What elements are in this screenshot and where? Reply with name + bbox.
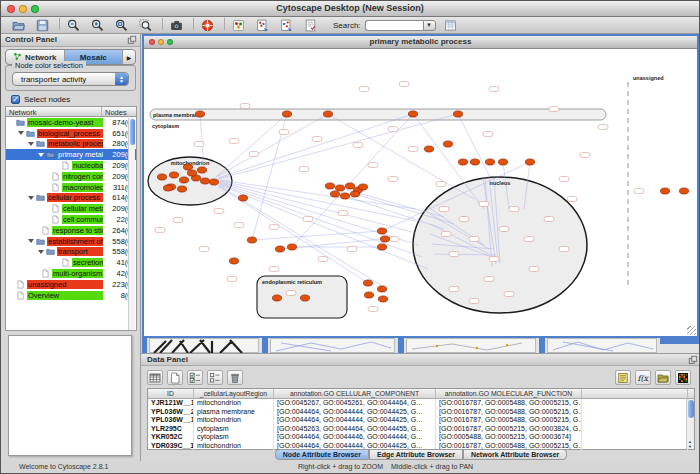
node-unselected[interactable] [269,225,279,230]
node-unselected[interactable] [353,143,363,148]
tree-item-response-to-stimulu[interactable]: response to stimulu264(0) [6,225,136,236]
open-session-button[interactable] [11,18,26,33]
tree-item-cellular-metabo[interactable]: cellular metabo209(0) [6,203,136,214]
tree-item-cell-communicat[interactable]: cell communicat22(0) [6,214,136,225]
tree-item-nitrogen-compo[interactable]: nitrogen compo209(0) [6,171,136,182]
node-selected[interactable] [247,237,256,243]
node-unselected[interactable] [318,257,328,262]
node-unselected[interactable] [368,163,378,168]
node-selected[interactable] [163,185,172,191]
node-unselected[interactable] [499,227,509,232]
node-selected[interactable] [350,191,359,197]
node-unselected[interactable] [347,247,357,252]
node-unselected[interactable] [634,189,644,194]
node-selected[interactable] [485,159,494,165]
node-selected[interactable] [287,244,296,250]
node-unselected[interactable] [368,307,378,312]
node-color-mapper-button[interactable] [231,18,246,33]
node-selected[interactable] [458,159,467,165]
node-unselected[interactable] [449,287,459,292]
attribute-notes-button[interactable] [615,370,631,385]
table-row[interactable]: YKR052Ccytoplasm[GO:0044464, GO:0044446,… [148,433,694,442]
node-selected[interactable] [187,170,196,176]
node-selected[interactable] [408,111,417,117]
layout-network-a-button[interactable] [255,18,270,33]
node-selected[interactable] [272,295,281,301]
disclosure-triangle-icon[interactable] [38,250,44,254]
resize-grip-icon[interactable] [687,326,696,335]
node-selected[interactable] [325,183,334,189]
layout-network-b-button[interactable] [279,18,294,33]
node-unselected[interactable] [484,277,494,282]
node-selected[interactable] [200,178,209,184]
node-unselected[interactable] [399,82,409,87]
network-window-titlebar[interactable]: primary metabolic process [144,36,697,49]
tree-item-cellular-process[interactable]: cellular process614(0) [6,193,136,204]
tree-scrollbar[interactable] [128,118,135,330]
node-selected[interactable] [275,246,284,252]
node-selected[interactable] [179,177,188,183]
unselect-attributes-button[interactable] [207,370,223,385]
node-unselected[interactable] [439,207,449,212]
tree-item-overview[interactable]: Overview8(0) [6,290,136,301]
node-selected[interactable] [300,295,309,301]
table-row[interactable]: YJR121W__1mitochondrion[GO:0045267, GO:0… [148,399,694,408]
node-unselected[interactable] [598,125,608,130]
tree-item-establishment-of-lo[interactable]: establishment of lo558(0) [6,236,136,247]
tree-item-multi-organism-pro[interactable]: multi-organism pro42(0) [6,268,136,279]
network-canvas[interactable]: plasma membranecytoplasmmitochondrionnuc… [144,49,697,336]
node-selected[interactable] [380,236,389,242]
node-selected[interactable] [453,111,462,117]
tree-item-mosaic-demo-yeast[interactable]: mosaic-demo-yeast874(0) [6,117,136,128]
node-selected[interactable] [157,174,166,180]
annotation-form-button[interactable] [303,18,318,33]
tree-item-macromolecule[interactable]: macromolecule311(0) [6,182,136,193]
node-selected[interactable] [229,258,238,264]
node-selected[interactable] [340,193,349,199]
node-unselected[interactable] [312,137,322,142]
disclosure-triangle-icon[interactable] [28,239,34,243]
node-unselected[interactable] [286,291,296,296]
column-header[interactable] [582,389,688,398]
node-unselected[interactable] [388,127,398,132]
node-selected[interactable] [377,286,386,292]
node-selected[interactable] [377,228,386,234]
node-unselected[interactable] [489,257,499,262]
disclosure-triangle-icon[interactable] [18,131,24,135]
node-unselected[interactable] [359,87,369,92]
disclosure-triangle-icon[interactable] [38,153,44,157]
new-attribute-button[interactable] [167,370,183,385]
column-header[interactable]: annotation.GO MOLECULAR_FUNCTION [436,389,582,398]
open-attribute-file-button[interactable] [655,370,671,385]
node-unselected[interactable] [229,139,239,144]
node-unselected[interactable] [469,299,479,304]
tree-item-primary-metabolic[interactable]: primary metabolic209(0) [6,149,136,160]
node-selected[interactable] [424,146,433,152]
tab-node-attribute-browser[interactable]: Node Attribute Browser [275,449,369,460]
node-unselected[interactable] [529,267,539,272]
node-selected[interactable] [323,111,332,117]
disclosure-triangle-icon[interactable] [28,196,34,200]
node-unselected[interactable] [269,267,279,272]
node-unselected[interactable] [559,177,569,182]
node-unselected[interactable] [567,197,577,202]
node-selected[interactable] [498,159,507,165]
node-unselected[interactable] [388,177,398,182]
table-row[interactable]: YPL036W__1mitochondrion[GO:0044464, GO:0… [148,416,694,425]
column-header[interactable]: ID [148,389,194,398]
node-selected[interactable] [358,184,367,190]
node-unselected[interactable] [436,182,446,187]
node-unselected[interactable] [279,130,289,135]
search-dropdown-button[interactable]: ▼ [423,20,436,31]
select-nodes-checkbox[interactable]: ✓ [11,95,20,104]
node-selected[interactable] [177,186,186,192]
zoom-out-button[interactable] [66,18,81,33]
heatmap-view-button[interactable] [675,370,691,385]
node-selected[interactable] [345,183,354,189]
zoom-fit-button[interactable] [114,18,129,33]
node-selected[interactable] [525,159,534,165]
zoom-selected-region-button[interactable] [138,18,153,33]
column-header[interactable]: _cellularLayoutRegion [194,389,274,398]
node-selected[interactable] [209,179,218,185]
table-row[interactable]: YLR295Ccytoplasm[GO:0045263, GO:0044464,… [148,425,694,434]
